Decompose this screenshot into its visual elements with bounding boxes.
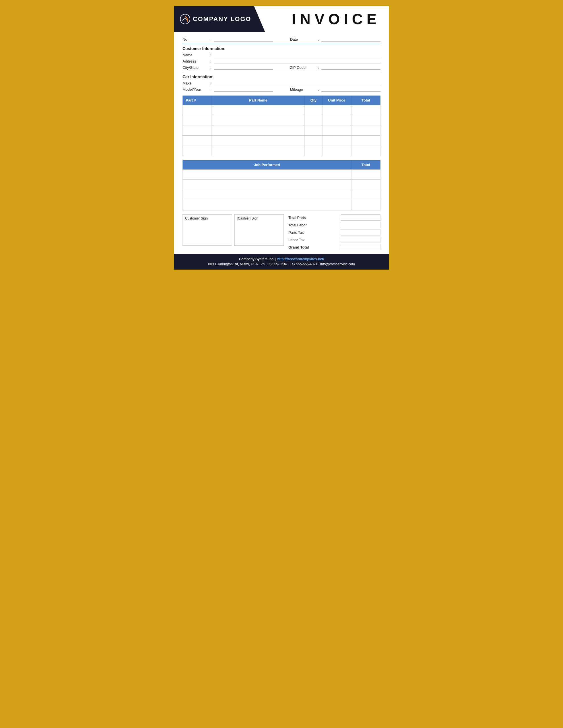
make-field-line[interactable] [214, 81, 380, 85]
table-cell [322, 115, 351, 125]
total-parts-row: Total Parts [288, 214, 380, 221]
name-colon: : [210, 53, 212, 57]
name-field-line[interactable] [214, 53, 380, 57]
customer-sign-label: Customer Sign [185, 216, 229, 220]
date-field-line[interactable] [321, 37, 380, 42]
divider-1 [183, 44, 380, 44]
footer-company: Company System Inc. | http://freewordtem… [180, 257, 383, 261]
modelyear-row: Model/Year : Mileage : [183, 87, 380, 92]
citystate-row: City/State : ZIP Code : [183, 65, 380, 70]
citystate-field-line[interactable] [214, 65, 273, 70]
parts-tax-row: Parts Tax [288, 229, 380, 235]
labor-tax-row: Labor Tax [288, 237, 380, 243]
table-cell [351, 180, 380, 190]
table-row [183, 180, 380, 190]
table-cell [212, 115, 305, 125]
table-cell [322, 125, 351, 136]
job-table-header-row: Job Performed Total [183, 160, 380, 169]
table-cell [351, 169, 380, 180]
modelyear-colon: : [210, 87, 212, 92]
footer-url[interactable]: http://freewordtemplates.net/ [277, 257, 324, 261]
cashier-sign-label: [Cashier] Sign [237, 216, 281, 220]
date-label: Date [290, 37, 316, 42]
divider-2 [183, 72, 380, 72]
table-cell [183, 115, 212, 125]
total-labor-label: Total Labor [288, 223, 317, 227]
cashier-sign-box: [Cashier] Sign [234, 214, 284, 246]
grand-total-row: Grand Total [288, 244, 380, 250]
total-labor-box[interactable] [341, 222, 380, 228]
total-parts-label: Total Parts [288, 216, 317, 220]
customer-info-heading: Customer Information: [183, 46, 380, 51]
parts-col-unitprice: Unit Price [322, 96, 351, 105]
parts-col-qty: Qty [305, 96, 322, 105]
modelyear-label: Model/Year [183, 87, 208, 92]
no-colon: : [210, 37, 212, 42]
customer-sign-box: Customer Sign [183, 214, 232, 246]
citystate-label: City/State [183, 65, 208, 70]
bottom-section: Customer Sign [Cashier] Sign Total Parts… [183, 214, 380, 251]
footer-address: 8030 Harrington Rd, Miami, USA | Ph 555-… [180, 262, 383, 266]
parts-table: Part # Part Name Qty Unit Price Total [183, 96, 380, 156]
table-cell [351, 115, 380, 125]
address-label: Address [183, 59, 208, 63]
total-labor-row: Total Labor [288, 222, 380, 228]
modelyear-field-line[interactable] [214, 87, 273, 92]
mileage-colon: : [318, 87, 319, 92]
grand-total-box[interactable] [341, 244, 380, 250]
table-cell [183, 125, 212, 136]
parts-tax-label: Parts Tax [288, 230, 317, 235]
job-table: Job Performed Total [183, 160, 380, 210]
logo-icon [180, 14, 191, 24]
no-date-row: No : Date : [183, 37, 380, 42]
header: COMPANY LOGO INVOICE [174, 6, 389, 32]
table-cell [351, 146, 380, 156]
address-field-line[interactable] [214, 59, 380, 63]
no-field-line[interactable] [214, 37, 273, 42]
table-cell [305, 125, 322, 136]
total-parts-box[interactable] [341, 214, 380, 221]
totals-section: Total Parts Total Labor Parts Tax Labor … [288, 214, 380, 251]
table-cell [305, 146, 322, 156]
address-row: Address : [183, 59, 380, 63]
zip-field-line[interactable] [321, 65, 380, 70]
table-row [183, 146, 380, 156]
invoice-title: INVOICE [292, 11, 380, 28]
table-cell [183, 105, 212, 115]
logo-text: COMPANY LOGO [193, 15, 251, 23]
table-row [183, 125, 380, 136]
parts-tax-box[interactable] [341, 229, 380, 235]
table-cell [322, 105, 351, 115]
table-cell [183, 146, 212, 156]
table-row [183, 105, 380, 115]
table-cell [212, 146, 305, 156]
make-label: Make [183, 81, 208, 85]
name-row: Name : [183, 53, 380, 57]
footer-company-name: Company System Inc. [239, 257, 274, 261]
invoice-title-area: INVOICE [265, 6, 389, 32]
labor-tax-box[interactable] [341, 237, 380, 243]
logo-area: COMPANY LOGO [174, 6, 265, 32]
table-cell [183, 190, 351, 200]
table-cell [183, 200, 351, 210]
parts-table-header-row: Part # Part Name Qty Unit Price Total [183, 96, 380, 105]
table-row [183, 190, 380, 200]
job-col-total: Total [351, 160, 380, 169]
table-cell [212, 105, 305, 115]
grand-total-label: Grand Total [288, 245, 317, 249]
table-row [183, 200, 380, 210]
body: No : Date : Customer Information: Name :… [174, 32, 389, 210]
no-label: No [183, 37, 208, 42]
mileage-field-line[interactable] [321, 87, 380, 92]
parts-col-total: Total [351, 96, 380, 105]
table-cell [183, 169, 351, 180]
table-cell [305, 105, 322, 115]
table-cell [305, 115, 322, 125]
table-cell [212, 136, 305, 146]
table-cell [351, 190, 380, 200]
sign-boxes: Customer Sign [Cashier] Sign [183, 214, 284, 246]
name-label: Name [183, 53, 208, 57]
job-col-job: Job Performed [183, 160, 351, 169]
address-colon: : [210, 59, 212, 63]
zip-colon: : [318, 65, 319, 70]
